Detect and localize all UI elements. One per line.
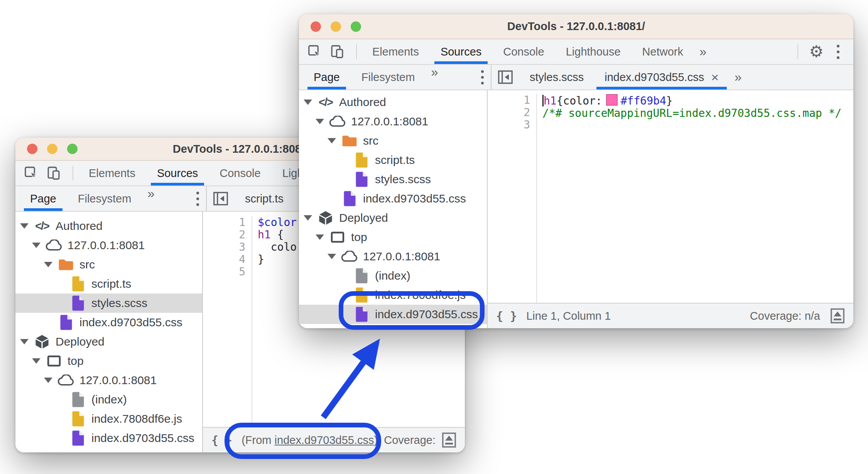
tree-item-top[interactable]: top [15,351,202,371]
disclosure-triangle-icon[interactable] [316,119,329,124]
tab-index-d9703d55-css[interactable]: index.d9703d55.css× [594,65,729,89]
disclosure-triangle-icon[interactable] [20,339,33,344]
tab-network[interactable]: Network [632,39,694,64]
tree-item-top[interactable]: top [299,228,487,247]
tree-item-styles-scss[interactable]: styles.scss [299,170,487,189]
disclosure-triangle-icon[interactable] [20,223,33,229]
disclosure-triangle-icon[interactable] [328,254,341,259]
file-tree[interactable]: </>Authored127.0.0.1:8081srcscript.tssty… [15,212,202,452]
file-tree[interactable]: </>Authored127.0.0.1:8081srcscript.tssty… [299,90,487,328]
more-editor-tabs-chevron[interactable]: » [729,70,747,84]
device-toolbar-icon[interactable] [329,44,345,60]
tree-item-authored[interactable]: </>Authored [15,216,202,236]
expand-panel-icon[interactable] [442,432,456,448]
titlebar[interactable]: DevTools - 127.0.0.1:8081/ [299,14,853,39]
tree-item-src[interactable]: src [15,255,202,274]
tree-item-deployed[interactable]: Deployed [15,332,202,351]
tree-item-127-0-0-1-8081[interactable]: 127.0.0.1:8081 [299,247,487,266]
tab-filesystem[interactable]: Filesystem [67,186,142,211]
disclosure-triangle-icon[interactable] [304,215,317,221]
code-icon: </> [317,96,334,109]
file-icon-purple [69,295,87,311]
disclosure-triangle-icon[interactable] [44,378,57,383]
tab-console[interactable]: Console [492,39,555,64]
disclosure-triangle-icon[interactable] [32,243,45,248]
coverage-label: Coverage: n/a [750,310,820,322]
line-number-gutter: 123 [488,94,537,303]
color-swatch[interactable] [606,94,618,106]
tab-console[interactable]: Console [209,161,271,186]
more-navigator-tabs-chevron[interactable]: » [142,186,160,211]
tree-item-label: index.7808df6e.js [375,288,466,302]
tab-script-ts[interactable]: script.ts [235,186,294,211]
pretty-print-icon[interactable]: { } [211,434,232,447]
disclosure-triangle-icon[interactable] [304,100,317,105]
close-icon[interactable]: × [711,70,719,85]
tree-item-deployed[interactable]: Deployed [299,208,487,228]
file-icon-yellow [353,287,370,303]
disclosure-triangle-icon[interactable] [316,234,329,240]
editor-statusbar: { } (From index.d9703d55.css) Coverage: [203,427,465,452]
inspect-element-icon[interactable] [307,44,323,60]
settings-gear-icon[interactable]: ⚙ [803,44,830,60]
mapped-file-link[interactable]: index.d9703d55.css [275,434,374,446]
device-toolbar-icon[interactable] [46,165,62,181]
tree-item-127-0-0-1-8081[interactable]: 127.0.0.1:8081 [299,112,487,131]
minimize-window-button[interactable] [331,21,341,32]
tree-item-label: (index) [91,393,127,406]
close-window-button[interactable] [311,21,321,32]
tree-item-index-d9703d55-css[interactable]: index.d9703d55.css [15,428,202,448]
collapse-sidebar-icon[interactable] [491,65,519,89]
zoom-window-button[interactable] [351,21,361,32]
more-options-icon[interactable] [830,45,846,59]
tree-item-index[interactable]: (index) [15,390,202,409]
tree-item-label: index.d9703d55.css [79,316,182,329]
toolbar-separator [356,44,357,59]
code-area[interactable]: h1{color:#ff69b4}/*# sourceMappingURL=in… [537,94,853,303]
tab-elements[interactable]: Elements [78,161,146,186]
inspect-element-icon[interactable] [23,165,39,181]
tab-page[interactable]: Page [19,186,67,211]
disclosure-triangle-icon[interactable] [32,358,45,364]
tree-item-label: 127.0.0.1:8081 [363,250,440,263]
disclosure-triangle-icon[interactable] [44,262,57,267]
tree-item-index-d9703d55-css[interactable]: index.d9703d55.css [15,313,202,332]
more-options-icon[interactable] [474,70,491,84]
more-navigator-tabs-chevron[interactable]: » [426,65,443,89]
collapse-sidebar-icon[interactable] [207,186,235,211]
minimize-window-button[interactable] [47,144,57,154]
tree-item-label: (index) [375,269,410,282]
tree-item-script-ts[interactable]: script.ts [15,274,202,294]
traffic-lights [311,21,361,32]
tab-lighthouse[interactable]: Lighthouse [555,39,632,64]
close-window-button[interactable] [27,144,37,154]
tab-styles-scss[interactable]: styles.scss [519,65,594,89]
tree-item-index-7808df6e-js[interactable]: index.7808df6e.js [15,409,202,428]
more-tabs-chevron[interactable]: » [694,44,712,59]
tab-page[interactable]: Page [303,65,351,89]
more-options-icon[interactable] [189,192,206,206]
disclosure-triangle-icon[interactable] [328,138,341,143]
tree-item-index-d9703d55-css[interactable]: index.d9703d55.css [299,305,487,324]
tree-item-authored[interactable]: </>Authored [299,93,487,112]
tree-item-index-7808df6e-js[interactable]: index.7808df6e.js [299,285,487,305]
tree-item-src[interactable]: src [299,131,487,150]
file-icon-purple [69,430,87,446]
tree-item-index-d9703d55-css[interactable]: index.d9703d55.css [299,189,487,208]
cloud-icon [341,251,358,262]
tab-elements[interactable]: Elements [361,39,430,64]
tree-item-127-0-0-1-8081[interactable]: 127.0.0.1:8081 [15,236,202,255]
code-editor[interactable]: 123 h1{color:#ff69b4}/*# sourceMappingUR… [488,90,853,303]
file-icon-yellow [69,276,87,292]
tab-filesystem[interactable]: Filesystem [351,65,426,89]
pretty-print-icon[interactable]: { } [496,309,517,323]
tree-item-script-ts[interactable]: script.ts [299,150,487,170]
tree-item-127-0-0-1-8081[interactable]: 127.0.0.1:8081 [15,371,202,390]
tree-item-styles-scss[interactable]: styles.scss [15,294,202,313]
tab-sources[interactable]: Sources [146,161,209,186]
tab-sources[interactable]: Sources [430,39,492,64]
editor-tabbar: styles.scssindex.d9703d55.css× » [491,65,853,89]
expand-panel-icon[interactable] [830,308,845,324]
zoom-window-button[interactable] [67,144,78,154]
tree-item-index[interactable]: (index) [299,266,487,285]
